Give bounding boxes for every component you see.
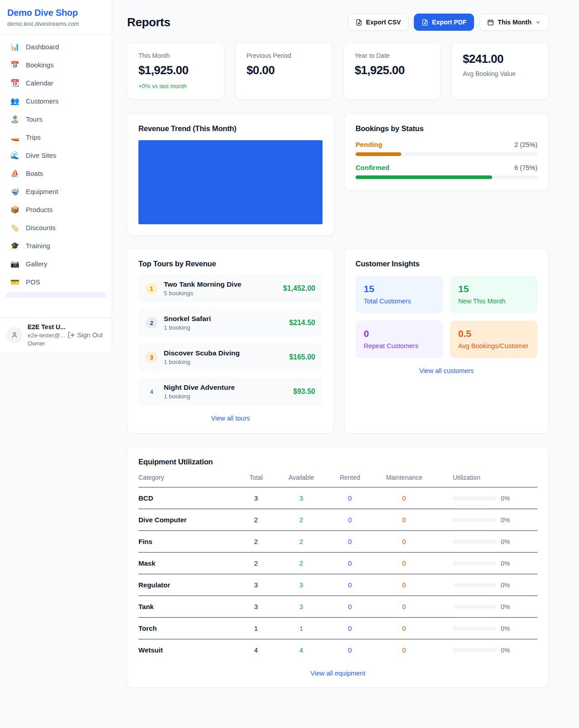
sign-out-label: Sign Out — [77, 331, 103, 339]
export-pdf-button[interactable]: Export PDF — [414, 14, 474, 31]
island-icon: 🏝️ — [10, 116, 20, 123]
export-csv-button[interactable]: Export CSV — [348, 14, 408, 31]
panel-title: Bookings by Status — [356, 124, 537, 133]
camera-icon: 📷 — [10, 260, 20, 268]
equipment-rented: 0 — [326, 603, 374, 610]
equipment-total: 1 — [236, 624, 276, 632]
status-label: Pending — [356, 141, 382, 148]
sidebar-nav: 📊 Dashboard 📅 Bookings 📆 Calendar 👥 Cust… — [0, 34, 112, 317]
tour-name: Snorkel Safari — [164, 315, 283, 323]
tour-bookings: 1 booking — [164, 324, 283, 331]
status-row-confirmed: Confirmed 6 (75%) — [356, 164, 537, 179]
user-meta: E2E Test U... e2e-tester@... Owner — [28, 323, 60, 347]
stat-card-previous-period: Previous Period $0.00 — [235, 43, 332, 99]
sidebar-item-label: Tours — [26, 115, 43, 123]
sidebar-item-dashboard[interactable]: 📊 Dashboard — [5, 39, 106, 55]
equipment-available: 3 — [276, 494, 326, 502]
view-all-equipment-link[interactable]: View all equipment — [138, 669, 537, 677]
utilization-track — [453, 605, 496, 609]
stat-card-year-to-date: Year to Date $1,925.00 — [343, 43, 441, 99]
equipment-maintenance: 0 — [374, 603, 435, 610]
table-row: Dive Computer 2 2 0 0 0% — [138, 509, 537, 531]
sidebar-item-discounts[interactable]: 🏷️ Discounts — [5, 220, 106, 236]
table-row: Tank 3 3 0 0 0% — [138, 596, 537, 618]
status-count: 2 (25%) — [514, 141, 537, 148]
view-all-tours-link[interactable]: View all tours — [138, 414, 323, 422]
sidebar-item-customers[interactable]: 👥 Customers — [5, 93, 106, 109]
rank-badge: 1 — [146, 283, 157, 294]
col-header-category: Category — [138, 474, 236, 481]
equipment-rented: 0 — [326, 646, 374, 654]
tile-value: 0.5 — [458, 328, 529, 339]
equipment-rented: 0 — [326, 581, 374, 589]
utilization-track — [453, 540, 496, 544]
equipment-total: 2 — [236, 538, 276, 545]
package-icon: 📦 — [10, 206, 20, 213]
stat-label: Avg Booking Value — [463, 70, 537, 77]
equipment-total: 2 — [236, 559, 276, 567]
table-row: Mask 2 2 0 0 0% — [138, 553, 537, 574]
bookings-by-status-panel: Bookings by Status Pending 2 (25%) Confi… — [344, 113, 549, 190]
panel-title: Revenue Trend (This Month) — [138, 124, 323, 133]
table-row: Fins 2 2 0 0 0% — [138, 531, 537, 553]
stat-cards: This Month $1,925.00 +0% vs last month P… — [127, 43, 549, 99]
tile-label: Total Customers — [364, 298, 435, 305]
utilization-track — [453, 562, 496, 565]
col-header-rented: Rented — [326, 474, 374, 481]
sidebar-item-gallery[interactable]: 📷 Gallery — [5, 256, 106, 272]
col-header-total: Total — [236, 474, 276, 481]
sidebar-item-tours[interactable]: 🏝️ Tours — [5, 111, 106, 127]
sidebar-item-training[interactable]: 🎓 Training — [5, 238, 106, 254]
user-role: Owner — [28, 340, 60, 347]
equipment-maintenance: 0 — [374, 646, 435, 654]
sidebar-item-calendar[interactable]: 📆 Calendar — [5, 75, 106, 91]
insight-tile-repeat-customers: 0 Repeat Customers — [356, 321, 443, 358]
sidebar-item-trips[interactable]: 🚤 Trips — [5, 129, 106, 145]
sidebar-item-label: Dive Sites — [26, 151, 57, 159]
customers-icon: 👥 — [10, 98, 20, 105]
calendar-icon: 📆 — [10, 80, 20, 87]
sidebar-item-dive-sites[interactable]: 🌊 Dive Sites — [5, 147, 106, 163]
dashboard-icon: 📊 — [10, 43, 20, 51]
tour-name: Two Tank Morning Dive — [164, 280, 277, 288]
view-all-customers-link[interactable]: View all customers — [356, 367, 537, 375]
sidebar-item-reports-active-partial[interactable] — [5, 292, 106, 298]
sidebar-item-equipment[interactable]: 🤿 Equipment — [5, 184, 106, 199]
user-email: e2e-tester@... — [28, 332, 60, 339]
tour-name: Night Dive Adventure — [164, 383, 287, 392]
equipment-available: 4 — [276, 646, 326, 654]
export-csv-label: Export CSV — [366, 19, 401, 26]
equipment-category: BCD — [138, 494, 236, 502]
dive-mask-icon: 🤿 — [10, 188, 20, 195]
utilization-percent: 0% — [501, 516, 510, 524]
sidebar-item-label: POS — [26, 278, 40, 286]
equipment-available: 1 — [276, 624, 326, 632]
equipment-table-header: Category Total Available Rented Maintena… — [138, 466, 537, 487]
graduation-cap-icon: 🎓 — [10, 242, 20, 250]
stat-card-avg-booking-value: $241.00 Avg Booking Value — [451, 43, 549, 99]
tour-amount: $1,452.00 — [283, 284, 315, 293]
brand-domain: demo.test.divestreams.com — [7, 20, 104, 27]
utilization-percent: 0% — [501, 581, 510, 589]
tile-value: 15 — [364, 284, 435, 294]
period-select[interactable]: This Month — [479, 14, 549, 31]
speedboat-icon: 🚤 — [10, 134, 20, 141]
sidebar-item-label: Bookings — [26, 61, 54, 69]
tour-amount: $165.00 — [289, 353, 315, 361]
top-tours-panel: Top Tours by Revenue 1 Two Tank Morning … — [127, 248, 334, 434]
sidebar-item-products[interactable]: 📦 Products — [5, 202, 106, 217]
tour-row: 2 Snorkel Safari 1 booking $214.50 — [138, 309, 323, 337]
equipment-category: Regulator — [138, 581, 236, 589]
sidebar-item-boats[interactable]: ⛵ Boats — [5, 165, 106, 181]
stat-card-this-month: This Month $1,925.00 +0% vs last month — [127, 43, 224, 99]
sidebar-item-bookings[interactable]: 📅 Bookings — [5, 57, 106, 73]
equipment-rented: 0 — [326, 624, 374, 632]
col-header-available: Available — [276, 474, 326, 481]
sign-out-button[interactable]: Sign Out — [65, 331, 105, 339]
col-header-utilization: Utilization — [435, 474, 537, 481]
equipment-maintenance: 0 — [374, 624, 435, 632]
revenue-trend-chart — [138, 140, 323, 224]
equipment-rented: 0 — [326, 516, 374, 524]
sidebar-item-pos[interactable]: 💳 POS — [5, 274, 106, 290]
table-row: Wetsuit 4 4 0 0 0% — [138, 639, 537, 661]
